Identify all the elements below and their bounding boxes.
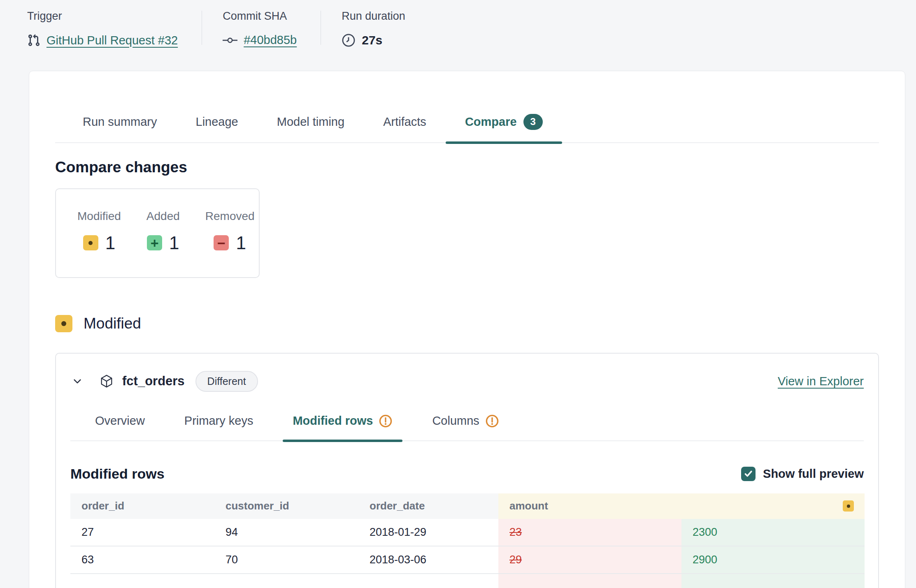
model-card-fct-orders: fct_orders Different View in Explorer Ov…: [55, 353, 879, 588]
trigger-label: Trigger: [27, 10, 178, 23]
duration-group: Run duration 27s: [342, 10, 405, 47]
warning-icon: [379, 414, 393, 428]
added-icon: +: [147, 235, 162, 250]
commit-sha-link[interactable]: #40bd85b: [244, 33, 297, 47]
column-header: order_date: [358, 493, 498, 519]
modified-section-header: Modified: [55, 315, 879, 332]
preview-label: Show full preview: [763, 467, 864, 481]
change-summary-card: Modified 1 Added + 1 Removed − 1: [55, 188, 260, 278]
table-cell-old-value: 23: [498, 519, 681, 546]
run-detail-panel: Run summary Lineage Model timing Artifac…: [29, 71, 905, 588]
model-cube-icon: [99, 373, 114, 389]
model-name: fct_orders: [122, 374, 185, 389]
table-cell-old-value: [498, 574, 681, 588]
pull-request-icon: [27, 33, 40, 47]
stat-added: Added + 1: [146, 210, 180, 253]
tab-overview[interactable]: Overview: [95, 414, 145, 440]
table-cell-new-value: 2900: [681, 546, 865, 574]
chevron-down-icon[interactable]: [71, 375, 84, 387]
trigger-link[interactable]: GitHub Pull Request #32: [46, 34, 178, 47]
run-info-bar: Trigger GitHub Pull Request #32 Commit S…: [0, 0, 916, 47]
table-cell: [70, 574, 214, 588]
table-cell: 2018-01-29: [358, 519, 498, 546]
table-cell: 70: [214, 546, 358, 574]
table-cell: [214, 574, 358, 588]
status-badge: Different: [195, 371, 258, 392]
column-header: order_id: [70, 493, 214, 519]
modified-column-icon: [843, 500, 854, 512]
table-cell-old-value: 29: [498, 546, 681, 574]
column-header-amount: amount: [498, 493, 865, 519]
divider: [321, 11, 321, 45]
page-title: Compare changes: [55, 159, 879, 176]
removed-icon: −: [214, 235, 229, 250]
show-full-preview-toggle[interactable]: Show full preview: [741, 467, 864, 481]
divider: [202, 11, 202, 45]
tab-run-summary[interactable]: Run summary: [63, 114, 177, 142]
trigger-group: Trigger GitHub Pull Request #32: [27, 10, 178, 47]
duration-label: Run duration: [342, 10, 405, 23]
modified-rows-title: Modified rows: [70, 466, 165, 482]
checkbox-checked-icon[interactable]: [741, 467, 756, 481]
tab-columns[interactable]: Columns: [432, 414, 499, 440]
compare-count-badge: 3: [523, 114, 543, 130]
column-header: customer_id: [214, 493, 358, 519]
tab-model-timing[interactable]: Model timing: [258, 114, 364, 142]
tab-artifacts[interactable]: Artifacts: [364, 114, 446, 142]
table-cell: 2018-03-06: [358, 546, 498, 574]
duration-value: 27s: [362, 33, 382, 47]
table-cell-new-value: 2300: [681, 519, 865, 546]
warning-icon: [485, 414, 499, 428]
table-cell-new-value: [681, 574, 865, 588]
view-in-explorer-link[interactable]: View in Explorer: [778, 375, 864, 388]
table-cell: 63: [70, 546, 214, 574]
clock-icon: [342, 33, 356, 47]
table-cell: 94: [214, 519, 358, 546]
tab-primary-keys[interactable]: Primary keys: [184, 414, 253, 440]
commit-icon: [223, 35, 237, 45]
modified-icon: [55, 315, 72, 332]
commit-group: Commit SHA #40bd85b: [223, 10, 297, 47]
model-tabs: Overview Primary keys Modified rows Colu…: [70, 414, 864, 441]
stat-modified: Modified 1: [77, 210, 121, 253]
table-cell: 27: [70, 519, 214, 546]
modified-icon: [83, 235, 98, 250]
tab-modified-rows[interactable]: Modified rows: [293, 414, 393, 440]
run-tabs: Run summary Lineage Model timing Artifac…: [55, 114, 879, 143]
commit-label: Commit SHA: [223, 10, 297, 23]
modified-rows-table: order_id customer_id order_date amount 2…: [70, 493, 864, 588]
table-cell: [358, 574, 498, 588]
stat-removed: Removed − 1: [205, 210, 255, 253]
tab-lineage[interactable]: Lineage: [177, 114, 258, 142]
tab-compare[interactable]: Compare 3: [446, 114, 562, 142]
